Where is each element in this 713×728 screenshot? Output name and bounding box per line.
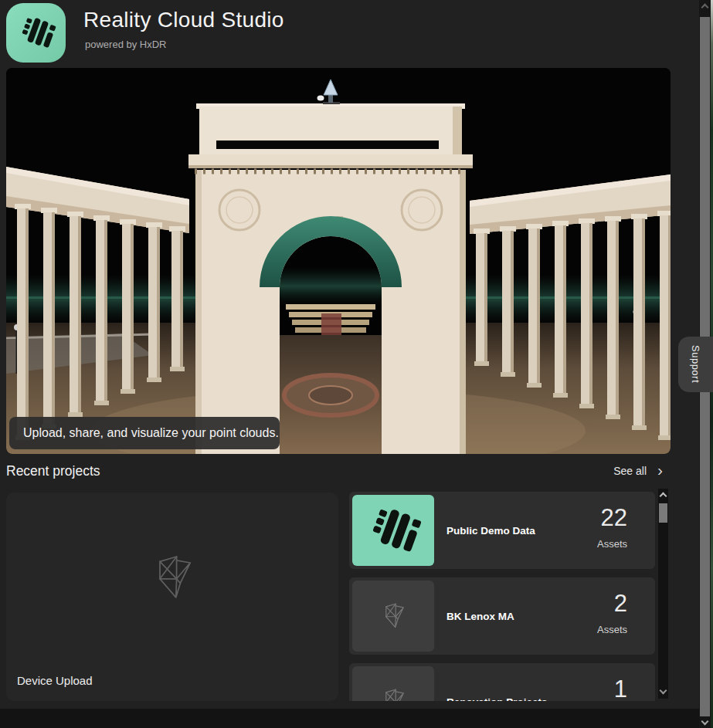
support-tab-label: Support <box>690 345 701 383</box>
project-thumbnail <box>352 666 434 701</box>
point-cloud-monument-image <box>6 68 671 454</box>
device-upload-card[interactable]: Device Upload <box>6 493 338 701</box>
support-tab[interactable]: Support <box>678 337 713 392</box>
hxdr-logo-icon <box>359 498 427 563</box>
project-card-bk-lenox-ma[interactable]: BK Lenox MA 2 Assets <box>349 577 655 655</box>
recent-projects-list: Public Demo Data 22 Assets BK Lenox MA 2… <box>349 486 655 701</box>
project-thumbnail <box>352 581 434 652</box>
hero-banner[interactable]: Upload, share, and visualize your point … <box>6 68 671 454</box>
project-card-renovation-projects[interactable]: Renovation Projects 1 Assets <box>349 663 655 701</box>
page-subtitle: powered by HxDR <box>85 39 167 50</box>
project-list-scrollbar-thumb[interactable] <box>659 503 667 523</box>
project-card-public-demo-data[interactable]: Public Demo Data 22 Assets <box>349 492 655 569</box>
project-title: BK Lenox MA <box>446 577 514 655</box>
hero-caption: Upload, share, and visualize your point … <box>9 417 280 449</box>
project-asset-count: 22 <box>535 504 627 532</box>
reality-cloud-studio-window: Reality Cloud Studio powered by HxDR <box>0 0 713 728</box>
point-cloud-wireframe-icon <box>375 682 411 701</box>
bottom-strip <box>0 709 699 728</box>
project-asset-count: 2 <box>535 590 627 618</box>
point-cloud-wireframe-icon <box>141 540 203 613</box>
see-all-link[interactable]: See all › <box>613 465 663 477</box>
device-upload-label: Device Upload <box>17 674 93 687</box>
chevron-right-icon: › <box>657 465 663 476</box>
project-asset-unit: Assets <box>535 624 627 635</box>
page-title: Reality Cloud Studio <box>83 8 284 32</box>
project-list-scrollbar[interactable] <box>658 489 668 699</box>
hxdr-logo-icon <box>15 10 58 56</box>
project-asset-unit: Assets <box>535 538 627 550</box>
app-logo <box>6 3 66 63</box>
project-thumbnail <box>352 495 434 566</box>
project-asset-count: 1 <box>535 676 627 701</box>
project-title: Renovation Projects <box>446 663 548 701</box>
point-cloud-wireframe-icon <box>375 597 411 635</box>
recent-projects-heading: Recent projects <box>6 463 100 479</box>
see-all-label: See all <box>613 465 647 477</box>
project-title: Public Demo Data <box>446 492 535 569</box>
